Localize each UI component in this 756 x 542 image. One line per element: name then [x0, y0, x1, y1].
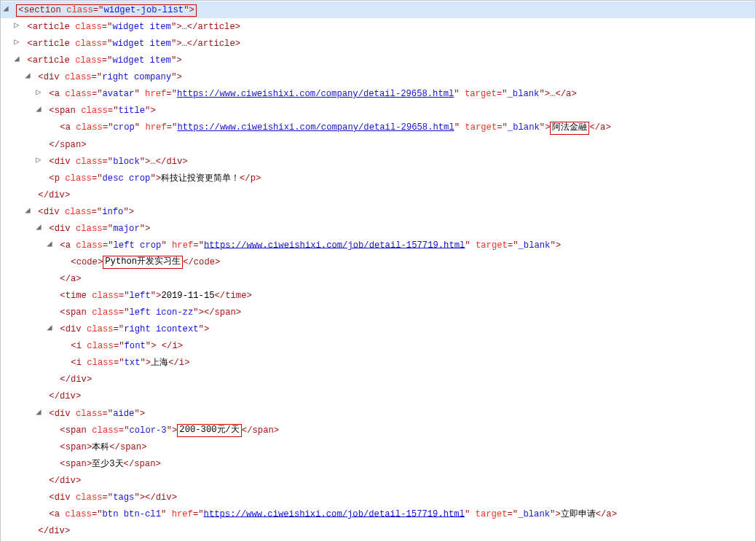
date-text: 2019-11-15 — [161, 291, 214, 301]
dom-node-span-title[interactable]: ◢ <span class="title"> — [1, 102, 755, 119]
dom-node-time[interactable]: ▷ <time class="left">2019-11-15</time> — [1, 287, 755, 304]
highlight-box: 200-300元/天 — [177, 424, 242, 437]
expand-toggle-icon[interactable]: ▷ — [12, 17, 22, 34]
dom-node-div-right-company[interactable]: ◢ <div class="right company"> — [1, 68, 755, 85]
dom-node-article-expanded[interactable]: ◢ <article class="widget item"> — [1, 52, 755, 68]
highlight-box: 阿法金融 — [550, 122, 589, 135]
dom-node-p-desc[interactable]: ▷ <p class="desc crop">科技让投资更简单！</p> — [1, 170, 755, 186]
dom-node-div-aide[interactable]: ◢ <div class="aide"> — [1, 405, 755, 422]
expand-toggle-icon[interactable]: ◢ — [23, 203, 33, 219]
dom-node-div-block[interactable]: ▷ <div class="block">…</div> — [1, 153, 755, 170]
dom-node-close-div-info[interactable]: ▷ </div> — [1, 522, 755, 539]
expand-toggle-icon[interactable]: ◢ — [44, 320, 55, 337]
salary-text: 200-300元/天 — [179, 425, 240, 435]
dom-node-article-collapsed-1[interactable]: ▷ <article class="widget item">…</articl… — [1, 18, 755, 35]
dom-node-span-days[interactable]: ▷ <span>至少3天</span> — [1, 455, 755, 472]
dom-node-span-iconzz[interactable]: ▷ <span class="left icon-zz"></span> — [1, 304, 755, 321]
expand-toggle-icon[interactable]: ▷ — [12, 34, 22, 51]
dom-node-div-major[interactable]: ◢ <div class="major"> — [1, 220, 755, 237]
expand-toggle-icon[interactable]: ▷ — [34, 85, 44, 101]
dom-node-a-avatar[interactable]: ▷ <a class="avatar" href="https://www.ci… — [1, 85, 755, 102]
expand-toggle-icon[interactable]: ◢ — [23, 68, 33, 85]
dom-node-close-article[interactable]: ▷ </article> — [1, 539, 755, 542]
dom-node-div-info[interactable]: ◢ <div class="info"> — [1, 203, 755, 220]
company-name-text: 阿法金融 — [552, 122, 587, 133]
dom-node-article-collapsed-2[interactable]: ▷ <article class="widget item">…</articl… — [1, 35, 755, 52]
expand-toggle-icon[interactable]: ◢ — [34, 404, 44, 421]
devtools-dom-tree-panel: ◢ <section class="widget-job-list"> ▷ <a… — [0, 0, 756, 542]
company-url[interactable]: https://www.ciweishixi.com/company/detai… — [177, 122, 454, 133]
expand-toggle-icon[interactable]: ◢ — [34, 101, 44, 118]
dom-node-a-company[interactable]: ▷ <a class="crop" href="https://www.ciwe… — [1, 119, 755, 136]
dom-node-div-tags[interactable]: ▷ <div class="tags"></div> — [1, 489, 755, 506]
dom-node-div-right-icontext[interactable]: ◢ <div class="right icontext"> — [1, 321, 755, 337]
dom-node-code-jobtitle[interactable]: ▷ <code>Python开发实习生</code> — [1, 254, 755, 270]
days-text: 至少3天 — [92, 458, 123, 468]
expand-toggle-icon[interactable]: ◢ — [34, 219, 44, 236]
job-url[interactable]: https://www.ciweishixi.com/job/detail-15… — [204, 240, 465, 250]
job-url[interactable]: https://www.ciweishixi.com/job/detail-15… — [204, 508, 465, 519]
apply-text: 立即申请 — [561, 508, 596, 519]
expand-toggle-icon[interactable]: ◢ — [12, 51, 22, 68]
dom-node-close-div-aide[interactable]: ▷ </div> — [1, 472, 755, 489]
job-title-text: Python开发实习生 — [105, 256, 181, 267]
dom-node-i-txt[interactable]: ▷ <i class="txt">上海</i> — [1, 354, 755, 371]
expand-toggle-icon[interactable]: ◢ — [1, 1, 11, 17]
dom-node-close-a-job[interactable]: ▷ </a> — [1, 270, 755, 287]
highlight-box: <section class="widget-job-list"> — [16, 4, 196, 17]
city-text: 上海 — [151, 358, 168, 368]
company-url[interactable]: https://www.ciweishixi.com/company/detai… — [177, 89, 454, 99]
dom-node-span-degree[interactable]: ▷ <span>本科</span> — [1, 439, 755, 455]
dom-node-section[interactable]: ◢ <section class="widget-job-list"> — [1, 1, 755, 18]
dom-node-a-job[interactable]: ◢ <a class="left crop" href="https://www… — [1, 237, 755, 254]
dom-node-i-font[interactable]: ▷ <i class="font"> </i> — [1, 337, 755, 354]
dom-node-close-div-right-icontext[interactable]: ▷ </div> — [1, 371, 755, 388]
dom-node-close-span-title[interactable]: ▷ </span> — [1, 136, 755, 153]
dom-node-close-div-right-company[interactable]: ▷ </div> — [1, 186, 755, 203]
dom-node-a-apply[interactable]: ▷ <a class="btn btn-cl1" href="https://w… — [1, 506, 755, 522]
expand-toggle-icon[interactable]: ▷ — [34, 152, 44, 169]
highlight-box: Python开发实习生 — [103, 256, 183, 269]
dom-tree: ◢ <section class="widget-job-list"> ▷ <a… — [1, 1, 755, 542]
desc-text: 科技让投资更简单！ — [161, 173, 240, 183]
degree-text: 本科 — [92, 441, 109, 452]
dom-node-close-div-major[interactable]: ▷ </div> — [1, 388, 755, 404]
expand-toggle-icon[interactable]: ◢ — [44, 236, 55, 253]
dom-node-span-salary[interactable]: ▷ <span class="color-3">200-300元/天</span… — [1, 422, 755, 439]
